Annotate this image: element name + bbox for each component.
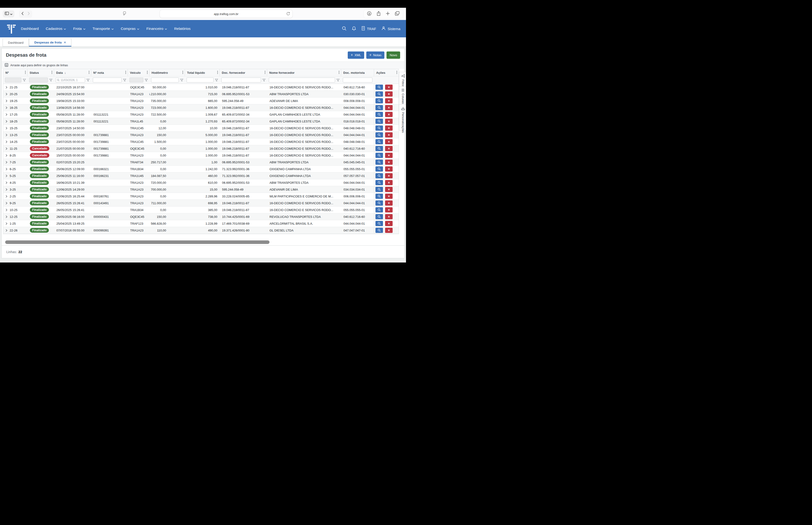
table-row[interactable]: 22-26Finalizado07/07/2016 09:55:00000099… [3, 227, 399, 234]
nav-item-frota[interactable]: Frota [73, 27, 85, 31]
view-row-button[interactable] [376, 166, 383, 171]
downloads-icon[interactable] [367, 11, 371, 17]
side-tab-colunas[interactable]: Colunas [399, 86, 406, 105]
filter-input-docf[interactable] [221, 77, 261, 82]
notifications-bell-icon[interactable] [352, 26, 356, 31]
new-tab-icon[interactable] [386, 12, 390, 16]
delete-row-button[interactable]: × [385, 139, 393, 144]
table-row[interactable]: 3-25Finalizado12/06/2025 14:29:00TRA1A23… [3, 186, 399, 193]
delete-row-button[interactable]: × [385, 119, 393, 124]
notas-button[interactable]: +Notas [366, 51, 385, 59]
filter-funnel-icon[interactable] [145, 79, 148, 81]
column-menu-icon[interactable] [147, 71, 148, 75]
column-menu-icon[interactable] [396, 71, 397, 75]
expand-row-icon[interactable] [6, 100, 7, 102]
page-settings-icon[interactable] [123, 12, 126, 16]
filter-funnel-icon[interactable] [123, 79, 126, 81]
table-row[interactable]: 9-25Finalizado26/05/2025 15:26:410001434… [3, 200, 399, 207]
view-row-button[interactable] [376, 153, 383, 158]
table-row[interactable]: 12-25Finalizado26/05/2025 08:16:00000000… [3, 213, 399, 220]
expand-row-icon[interactable] [6, 202, 7, 205]
nav-item-relatorios[interactable]: Relatórios [174, 27, 190, 31]
column-menu-icon[interactable] [217, 71, 218, 75]
view-row-button[interactable] [376, 160, 383, 165]
delete-row-button[interactable]: × [385, 85, 393, 90]
delete-row-button[interactable]: × [385, 200, 393, 206]
delete-row-button[interactable]: × [385, 207, 393, 212]
filter-funnel-icon[interactable] [180, 79, 183, 81]
view-row-button[interactable] [376, 207, 383, 212]
view-row-button[interactable] [376, 112, 383, 117]
view-row-button[interactable] [376, 125, 383, 131]
table-row[interactable]: 8-25Cancelado15/07/2025 00:00:0000173988… [3, 152, 399, 159]
filter-input-nota[interactable] [93, 77, 122, 82]
sort-desc-icon[interactable]: ↓ [64, 71, 66, 75]
xml-button[interactable]: +XML [348, 51, 364, 59]
table-row[interactable]: 17-25Finalizado05/08/2025 11:28:00001113… [3, 111, 399, 118]
table-row[interactable]: 2-25Finalizado02/06/2025 16:25:440001607… [3, 193, 399, 200]
horizontal-scrollbar[interactable] [5, 240, 270, 244]
delete-row-button[interactable]: × [385, 187, 393, 192]
expand-row-icon[interactable] [6, 161, 7, 164]
column-menu-icon[interactable] [264, 71, 265, 75]
delete-row-button[interactable]: × [385, 146, 393, 151]
tab-dashboard[interactable]: Dashboard [3, 39, 29, 46]
table-row[interactable]: 5-25Finalizado25/06/2025 11:16:000001662… [3, 172, 399, 179]
table-row[interactable]: 21-25Finalizado22/10/2025 16:37:00OQE3C4… [3, 84, 399, 91]
view-row-button[interactable] [376, 221, 383, 226]
filter-funnel-icon[interactable] [215, 79, 218, 81]
view-row-button[interactable] [376, 132, 383, 137]
forward-button[interactable] [28, 12, 30, 16]
sidebar-toggle-button[interactable] [3, 10, 14, 17]
share-icon[interactable] [377, 11, 381, 17]
view-row-button[interactable] [376, 200, 383, 206]
row-group-drop-zone[interactable]: Arraste aqui para definir os grupos de l… [2, 62, 404, 69]
date-filter-input[interactable] [56, 77, 85, 82]
filter-funnel-icon[interactable] [336, 79, 339, 81]
view-row-button[interactable] [376, 228, 383, 233]
expand-row-icon[interactable] [6, 229, 7, 232]
expand-row-icon[interactable] [6, 168, 7, 170]
delete-row-button[interactable]: × [385, 98, 393, 103]
table-row[interactable]: 11-25Cancelado21/07/2025 00:00:000017398… [3, 145, 399, 152]
table-row[interactable]: 20-25Finalizado24/09/2025 15:54:00TRA1A2… [3, 91, 399, 97]
tab-despesas-de-frota[interactable]: Despesas de frota × [29, 39, 72, 46]
expand-row-icon[interactable] [6, 209, 7, 211]
view-row-button[interactable] [376, 91, 383, 96]
table-row[interactable]: 18-25Finalizado05/08/2025 11:28:00001113… [3, 118, 399, 125]
tab-overview-icon[interactable] [395, 11, 399, 16]
filter-input-hodometro[interactable] [151, 77, 179, 82]
filter-input-total[interactable] [186, 77, 214, 82]
delete-row-button[interactable]: × [385, 221, 393, 226]
delete-row-button[interactable]: × [385, 214, 393, 219]
filter-funnel-icon[interactable] [23, 79, 26, 81]
search-icon[interactable] [342, 26, 347, 31]
view-row-button[interactable] [376, 214, 383, 219]
expand-row-icon[interactable] [6, 93, 7, 95]
delete-row-button[interactable]: × [385, 91, 393, 96]
view-row-button[interactable] [376, 173, 383, 178]
delete-row-button[interactable]: × [385, 105, 393, 110]
expand-row-icon[interactable] [6, 154, 7, 157]
view-row-button[interactable] [376, 105, 383, 110]
column-menu-icon[interactable] [125, 71, 126, 75]
user-menu[interactable]: Sistema [381, 26, 400, 31]
expand-row-icon[interactable] [6, 134, 7, 136]
view-row-button[interactable] [376, 119, 383, 124]
view-row-button[interactable] [376, 139, 383, 144]
table-row[interactable]: 10-25Finalizado26/05/2025 15:26:41TRA1B3… [3, 207, 399, 213]
expand-row-icon[interactable] [6, 175, 7, 177]
expand-row-icon[interactable] [6, 106, 7, 109]
close-tab-icon[interactable]: × [64, 41, 66, 44]
delete-row-button[interactable]: × [385, 132, 393, 137]
nav-item-compras[interactable]: Compras [121, 27, 139, 31]
delete-row-button[interactable]: × [385, 153, 393, 158]
expand-row-icon[interactable] [6, 181, 7, 184]
nav-item-transporte[interactable]: Transporte [93, 27, 114, 31]
delete-row-button[interactable]: × [385, 228, 393, 233]
view-row-button[interactable] [376, 85, 383, 90]
filter-funnel-icon[interactable] [87, 79, 90, 81]
table-row[interactable]: 16-25Finalizado13/08/2025 14:56:00TRA1A2… [3, 104, 399, 111]
table-row[interactable]: 6-25Finalizado25/06/2025 12:09:000001663… [3, 166, 399, 172]
expand-row-icon[interactable] [6, 147, 7, 150]
